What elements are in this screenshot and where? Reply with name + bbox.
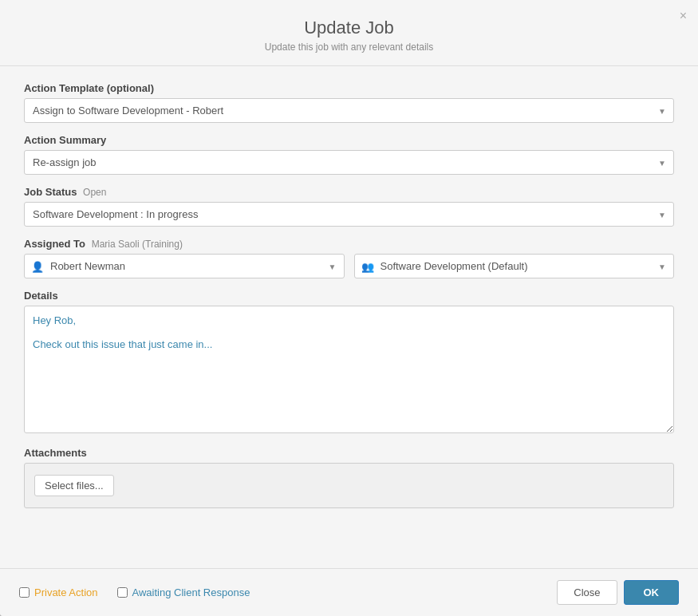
modal-body: Action Template (optional) Assign to Sof…	[0, 66, 698, 568]
job-status-note: Open	[83, 187, 106, 198]
modal-subtitle: Update this job with any relevant detail…	[16, 41, 682, 53]
action-template-group: Action Template (optional) Assign to Sof…	[24, 82, 674, 123]
action-template-select[interactable]: Assign to Software Development - Robert	[24, 98, 674, 123]
job-status-select[interactable]: Software Development : In progress	[24, 202, 674, 227]
assigned-group-select[interactable]: Software Development (Default)	[354, 254, 675, 278]
assigned-row: 👤 Robert Newman 👥 Software Development (…	[24, 254, 674, 278]
awaiting-client-checkbox[interactable]	[117, 587, 128, 598]
details-label: Details	[24, 290, 674, 302]
awaiting-client-label[interactable]: Awaiting Client Response	[117, 586, 250, 598]
job-status-select-wrapper: Software Development : In progress	[24, 202, 674, 227]
modal-close-x-button[interactable]: ×	[680, 10, 687, 22]
ok-button[interactable]: OK	[624, 580, 680, 605]
assigned-to-group: Assigned To Maria Saoli (Training) 👤 Rob…	[24, 238, 674, 278]
assigned-to-label: Assigned To Maria Saoli (Training)	[24, 238, 674, 250]
assigned-group-col: 👥 Software Development (Default)	[354, 254, 675, 278]
action-summary-select-wrapper: Re-assign job	[24, 150, 674, 175]
select-files-button[interactable]: Select files...	[34, 475, 114, 496]
action-summary-label: Action Summary	[24, 134, 674, 146]
close-button[interactable]: Close	[557, 580, 617, 605]
awaiting-client-text: Awaiting Client Response	[132, 586, 250, 598]
assigned-person-col: 👤 Robert Newman	[24, 254, 345, 278]
action-template-select-wrapper: Assign to Software Development - Robert	[24, 98, 674, 123]
attachments-label: Attachments	[24, 447, 674, 459]
private-action-label[interactable]: Private Action	[19, 586, 98, 598]
private-action-text: Private Action	[34, 586, 98, 598]
assigned-person-select[interactable]: Robert Newman	[24, 254, 345, 278]
details-textarea[interactable]: Hey Rob, Check out this issue that just …	[24, 306, 674, 433]
update-job-modal: × Update Job Update this job with any re…	[0, 0, 698, 616]
assigned-to-note: Maria Saoli (Training)	[92, 239, 183, 250]
footer-left: Private Action Awaiting Client Response	[19, 586, 250, 598]
private-action-checkbox[interactable]	[19, 587, 30, 598]
details-group: Details Hey Rob, Check out this issue th…	[24, 290, 674, 436]
action-summary-group: Action Summary Re-assign job	[24, 134, 674, 175]
modal-header: × Update Job Update this job with any re…	[0, 0, 698, 66]
job-status-group: Job Status Open Software Development : I…	[24, 186, 674, 227]
modal-footer: Private Action Awaiting Client Response …	[0, 568, 698, 616]
attachments-group: Attachments Select files...	[24, 447, 674, 508]
action-summary-select[interactable]: Re-assign job	[24, 150, 674, 175]
job-status-label: Job Status Open	[24, 186, 674, 198]
action-template-label: Action Template (optional)	[24, 82, 674, 94]
modal-title: Update Job	[16, 18, 682, 38]
footer-right: Close OK	[557, 580, 679, 605]
attachments-area: Select files...	[24, 463, 674, 508]
